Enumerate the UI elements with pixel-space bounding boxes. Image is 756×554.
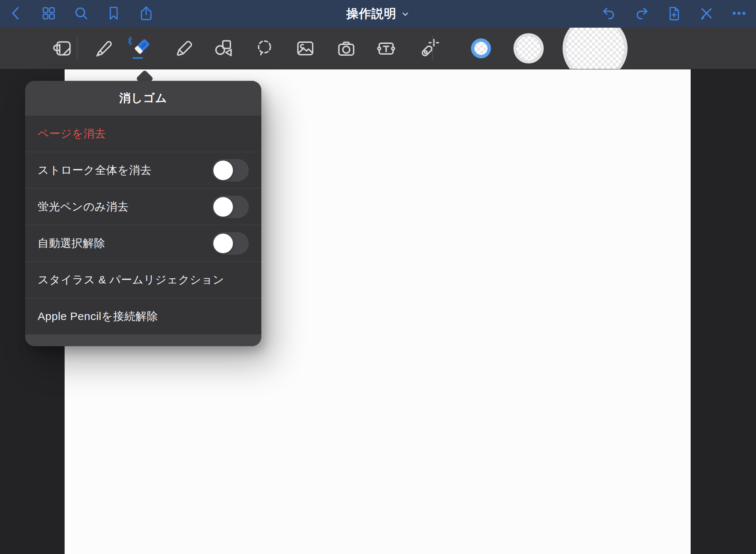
highlighter-icon	[173, 37, 196, 61]
erase-highlighter-only-toggle[interactable]	[212, 196, 249, 218]
document-plus-icon	[666, 5, 682, 23]
tool-text[interactable]	[374, 37, 398, 61]
page-title: 操作説明	[346, 6, 396, 22]
erase-whole-stroke-toggle[interactable]	[212, 159, 249, 182]
undo-icon	[601, 5, 617, 23]
disconnect-apple-pencil-label: Apple Pencilを接続解除	[38, 309, 158, 324]
top-navigation-bar: 操作説明	[0, 0, 756, 28]
tool-image[interactable]	[293, 37, 317, 61]
tool-laser-pointer[interactable]	[416, 37, 440, 61]
laser-pointer-icon	[417, 37, 439, 61]
erase-page-item[interactable]: ページを消去	[25, 116, 261, 152]
document-title-button[interactable]: 操作説明	[346, 0, 410, 28]
pen-slash-icon	[698, 5, 715, 23]
grid-icon	[41, 5, 57, 23]
share-button[interactable]	[137, 5, 155, 23]
bookmark-button[interactable]	[105, 5, 123, 23]
toolbar-separator	[77, 36, 78, 60]
search-button[interactable]	[72, 5, 90, 23]
goodnotes-screen: 操作説明	[0, 0, 756, 554]
lasso-icon	[253, 37, 275, 61]
stylus-palm-rejection-item[interactable]: スタイラス & パームリジェクション	[25, 262, 261, 298]
image-icon	[294, 37, 316, 61]
chevron-down-icon	[401, 10, 410, 18]
bookmark-icon	[106, 5, 122, 23]
share-icon	[138, 5, 154, 23]
redo-button[interactable]	[633, 5, 650, 23]
erase-page-label: ページを消去	[38, 126, 106, 141]
auto-deselect-item: 自動選択解除	[25, 225, 261, 262]
toolbar-separator	[432, 36, 433, 60]
more-button[interactable]	[730, 5, 748, 23]
eraser-size-medium[interactable]	[513, 33, 544, 63]
shapes-icon	[212, 37, 234, 61]
eraser-settings-popover: 消しゴム ページを消去 ストローク全体を消去 蛍光ペンのみ消去 自動選択解除	[25, 81, 261, 346]
popover-footer	[25, 335, 261, 346]
erase-highlighter-only-label: 蛍光ペンのみ消去	[38, 199, 129, 214]
add-page-button[interactable]	[665, 5, 683, 23]
stylus-palm-rejection-label: スタイラス & パームリジェクション	[38, 272, 224, 288]
search-icon	[73, 5, 89, 23]
redo-icon	[633, 5, 650, 23]
chevron-left-icon	[8, 5, 24, 23]
canvas-area: 消しゴム ページを消去 ストローク全体を消去 蛍光ペンのみ消去 自動選択解除	[0, 69, 756, 554]
erase-whole-stroke-item: ストローク全体を消去	[25, 152, 261, 189]
pen-icon	[93, 37, 115, 61]
erase-whole-stroke-label: ストローク全体を消去	[38, 163, 152, 178]
topbar-right-group	[600, 5, 756, 23]
toggle-knob	[213, 197, 233, 217]
toggle-knob	[213, 234, 233, 253]
tool-lasso[interactable]	[252, 37, 276, 61]
camera-icon	[335, 37, 357, 61]
drawing-toolbar	[0, 28, 756, 69]
back-button[interactable]	[7, 5, 25, 23]
tool-camera[interactable]	[334, 37, 358, 61]
auto-deselect-label: 自動選択解除	[38, 236, 105, 251]
zoom-window-icon	[51, 37, 73, 61]
tool-highlighter[interactable]	[173, 37, 196, 61]
topbar-left-group	[0, 5, 155, 23]
popover-title: 消しゴム	[25, 81, 261, 116]
eraser-size-small[interactable]	[471, 38, 491, 58]
bluetooth-icon	[126, 35, 134, 47]
undo-button[interactable]	[600, 5, 618, 23]
disconnect-apple-pencil-item[interactable]: Apple Pencilを接続解除	[25, 298, 261, 335]
tool-zoom-window[interactable]	[50, 37, 73, 61]
ellipsis-icon	[731, 5, 747, 23]
stop-editing-button[interactable]	[698, 5, 715, 23]
auto-deselect-toggle[interactable]	[212, 232, 249, 255]
eraser-size-large[interactable]	[563, 28, 628, 69]
tool-pen[interactable]	[92, 37, 116, 61]
thumbnails-button[interactable]	[40, 5, 58, 23]
tool-eraser[interactable]	[130, 37, 153, 61]
erase-highlighter-only-item: 蛍光ペンのみ消去	[25, 189, 261, 225]
text-box-icon	[375, 37, 397, 61]
toggle-knob	[213, 161, 233, 180]
tool-shapes[interactable]	[212, 37, 235, 61]
